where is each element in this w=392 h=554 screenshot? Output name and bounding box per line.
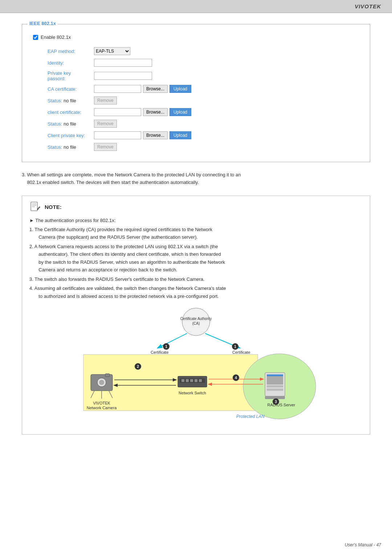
client-remove-button[interactable]: Remove bbox=[94, 120, 117, 128]
svg-line-7 bbox=[158, 333, 187, 348]
client-cert-input[interactable] bbox=[94, 108, 141, 116]
ca-cert-label: CA certificate: bbox=[33, 83, 91, 95]
eap-method-cell: EAP-TLS bbox=[91, 45, 345, 57]
private-key-label: Private key passord: bbox=[33, 69, 91, 83]
ca-remove-button[interactable]: Remove bbox=[94, 97, 117, 104]
svg-text:Protected LAN: Protected LAN bbox=[236, 414, 265, 419]
svg-rect-3 bbox=[32, 206, 35, 207]
note-item-3: 3. The switch also forwards the RADIUS S… bbox=[29, 275, 363, 283]
svg-text:(CA): (CA) bbox=[192, 321, 200, 325]
eap-method-label: EAP method: bbox=[33, 45, 91, 57]
client-cert-label: client certificate: bbox=[33, 106, 91, 118]
client-cert-cell: Browse... Upload bbox=[91, 106, 345, 118]
svg-rect-25 bbox=[186, 379, 189, 382]
svg-text:RADIUS Server: RADIUS Server bbox=[267, 403, 295, 407]
enable-label: Enable 802.1x bbox=[41, 34, 71, 40]
client-private-key-label: Client private key: bbox=[33, 130, 91, 141]
svg-rect-33 bbox=[267, 389, 283, 391]
svg-text:2: 2 bbox=[137, 365, 139, 369]
header: VIVOTEK bbox=[0, 0, 392, 13]
note-intro: ► The authentication process for 802.1x: bbox=[29, 217, 363, 224]
ca-cert-input[interactable] bbox=[94, 85, 141, 93]
private-key-file-row: Client private key: Browse... Upload bbox=[33, 130, 359, 141]
note-header: NOTE: bbox=[29, 201, 363, 213]
svg-text:1: 1 bbox=[165, 345, 167, 349]
client-status-row: Status: no file Remove bbox=[33, 118, 359, 130]
identity-cell bbox=[91, 57, 345, 69]
ca-status-label: Status: no file bbox=[33, 95, 91, 106]
ca-status-row: Status: no file Remove bbox=[33, 95, 359, 106]
client-private-key-upload-button[interactable]: Upload bbox=[170, 131, 191, 139]
svg-rect-26 bbox=[190, 379, 193, 382]
eap-method-row: EAP method: EAP-TLS bbox=[33, 45, 359, 57]
client-private-key-input[interactable] bbox=[94, 131, 141, 139]
svg-text:Network Switch: Network Switch bbox=[179, 391, 206, 395]
svg-rect-24 bbox=[181, 379, 184, 382]
identity-input[interactable] bbox=[94, 59, 152, 67]
note-item-2: 2. A Network Camera requests access to t… bbox=[29, 243, 363, 274]
note-item-1: 1. The Certificate Authority (CA) provid… bbox=[29, 226, 363, 241]
page: VIVOTEK IEEE 802.1x Enable 802.1x EAP me… bbox=[0, 0, 392, 554]
identity-label: Identity: bbox=[33, 57, 91, 69]
diagram-container: 1 1 Certificate Certificate bbox=[29, 307, 363, 427]
main-content: IEEE 802.1x Enable 802.1x EAP method: EA… bbox=[0, 13, 392, 460]
ca-cert-row: CA certificate: Browse... Upload bbox=[33, 83, 359, 95]
svg-rect-18 bbox=[105, 374, 110, 377]
eap-method-select[interactable]: EAP-TLS bbox=[94, 47, 130, 55]
ca-status-cell: Remove bbox=[91, 95, 345, 106]
private-key-status-row: Status: no file Remove bbox=[33, 141, 359, 153]
svg-text:Certificate: Certificate bbox=[151, 350, 169, 354]
private-key-status-cell: Remove bbox=[91, 141, 345, 153]
note-body: ► The authentication process for 802.1x:… bbox=[29, 217, 363, 300]
svg-text:1: 1 bbox=[234, 345, 236, 349]
svg-text:Certificate Authority: Certificate Authority bbox=[180, 317, 212, 321]
note-pencil-icon bbox=[29, 201, 41, 213]
private-key-remove-button[interactable]: Remove bbox=[94, 143, 117, 151]
enable-row: Enable 802.1x bbox=[33, 34, 359, 40]
svg-rect-32 bbox=[267, 385, 283, 387]
svg-text:Certificate: Certificate bbox=[232, 350, 250, 354]
private-key-status-label: Status: no file bbox=[33, 141, 91, 153]
diagram: 1 1 Certificate Certificate bbox=[73, 307, 319, 427]
svg-rect-2 bbox=[32, 205, 36, 206]
note-title: NOTE: bbox=[45, 204, 62, 210]
svg-rect-1 bbox=[32, 204, 36, 204]
footer: User's Manual - 47 bbox=[345, 542, 381, 547]
vivotek-logo: VIVOTEK bbox=[355, 3, 381, 9]
svg-text:4: 4 bbox=[235, 376, 237, 380]
ieee-box: IEEE 802.1x Enable 802.1x EAP method: EA… bbox=[22, 24, 370, 162]
client-cert-row: client certificate: Browse... Upload bbox=[33, 106, 359, 118]
note-item-4: 4. Assuming all certificates are validat… bbox=[29, 284, 363, 300]
svg-rect-28 bbox=[199, 379, 202, 382]
client-status-label: Status: no file bbox=[33, 118, 91, 130]
note-box: NOTE: ► The authentication process for 8… bbox=[22, 196, 370, 435]
client-status-cell: Remove bbox=[91, 118, 345, 130]
svg-rect-31 bbox=[267, 374, 283, 376]
client-private-key-browse-button[interactable]: Browse... bbox=[143, 131, 168, 139]
ca-cert-browse-button[interactable]: Browse... bbox=[143, 85, 168, 93]
ca-cert-upload-button[interactable]: Upload bbox=[170, 85, 191, 93]
svg-rect-27 bbox=[195, 379, 197, 382]
ieee-title: IEEE 802.1x bbox=[28, 21, 58, 26]
svg-text:Network Camera: Network Camera bbox=[87, 406, 117, 410]
svg-text:VIVOTEK: VIVOTEK bbox=[93, 401, 110, 405]
page-number: User's Manual - 47 bbox=[345, 542, 381, 547]
diagram-svg: 1 1 Certificate Certificate bbox=[73, 307, 319, 427]
enable-802-1x-checkbox[interactable] bbox=[33, 35, 38, 40]
client-private-key-cell: Browse... Upload bbox=[91, 130, 345, 141]
step3-text: 3. When all settings are complete, move … bbox=[22, 171, 370, 186]
ca-cert-cell: Browse... Upload bbox=[91, 83, 345, 95]
client-cert-upload-button[interactable]: Upload bbox=[170, 108, 191, 116]
private-key-cell bbox=[91, 69, 345, 83]
svg-point-17 bbox=[99, 380, 104, 385]
private-key-input[interactable] bbox=[94, 72, 152, 80]
private-key-row: Private key passord: bbox=[33, 69, 359, 83]
client-cert-browse-button[interactable]: Browse... bbox=[143, 108, 168, 116]
identity-row: Identity: bbox=[33, 57, 359, 69]
form-table: EAP method: EAP-TLS Identity: bbox=[33, 45, 359, 153]
